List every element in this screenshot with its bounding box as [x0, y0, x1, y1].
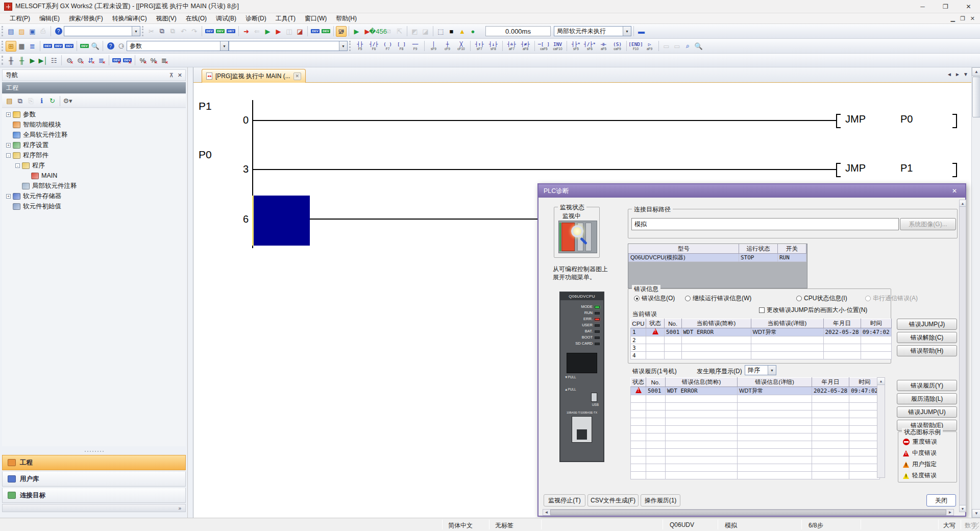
toolbar-icon[interactable]: ⇵✕	[85, 55, 96, 66]
button-错误履历(Y)[interactable]: 错误履历(Y)	[897, 380, 957, 391]
toolbar-icon[interactable]: DEV✕	[122, 55, 133, 66]
column-header[interactable]: CPU	[631, 319, 646, 328]
toolbar-icon[interactable]: ⇱	[394, 26, 405, 37]
tree-item-参数[interactable]: +参数	[2, 109, 186, 119]
selected-ladder-cell[interactable]	[252, 196, 310, 246]
toolbar-icon[interactable]: ≣	[27, 41, 38, 52]
resize-grip[interactable]	[972, 522, 979, 529]
menu-工具[interactable]: 工具(T)	[271, 13, 300, 24]
toolbar-icon[interactable]: ⧉	[157, 26, 167, 37]
toolbar-icon[interactable]: DEV	[42, 41, 53, 52]
history-error-row[interactable]	[631, 418, 880, 426]
toolbar-icon[interactable]: ⊞	[6, 41, 16, 52]
column-header[interactable]: 错误信息(详细)	[738, 378, 812, 387]
tab-close-icon[interactable]: ✕	[293, 73, 301, 80]
column-header[interactable]: 时间	[861, 319, 891, 328]
dialog-close-icon[interactable]: ✕	[949, 186, 960, 196]
toolbar-icon[interactable]: DEV	[204, 26, 215, 37]
toolbar-icon[interactable]: ?	[105, 41, 116, 52]
history-error-row[interactable]	[631, 403, 880, 411]
menu-调试[interactable]: 调试(B)	[211, 13, 241, 24]
toolbar-icon[interactable]: ●	[468, 26, 478, 37]
ladder-symbol-cF9[interactable]: ┼cF9	[440, 40, 454, 52]
collapse-icon[interactable]: -	[6, 153, 11, 158]
ladder-symbol-F6[interactable]: ┤/├F6	[367, 40, 381, 52]
toolbar-icon[interactable]: DEV	[53, 41, 64, 52]
column-header[interactable]: 状态	[631, 378, 646, 387]
toolbar-icon[interactable]: DEV	[215, 26, 226, 37]
toolbar-icon[interactable]: ✂	[146, 26, 157, 37]
toolbar-icon[interactable]: ▶	[273, 26, 284, 37]
toolbar-icon[interactable]: ⚙▾	[62, 95, 73, 106]
column-header[interactable]: 型号	[629, 245, 739, 254]
toolbar-icon[interactable]: ?	[53, 26, 64, 37]
parameter-combo[interactable]: 参数▼	[127, 41, 229, 51]
toolbar-icon[interactable]: ↷	[189, 26, 200, 37]
tree-item-程序设置[interactable]: +程序设置	[2, 140, 186, 150]
current-error-row[interactable]: 3	[631, 344, 892, 352]
ladder-symbol-F9[interactable]: ──F9	[408, 40, 422, 52]
history-error-row[interactable]	[631, 426, 880, 433]
button-错误JUMP(J)[interactable]: 错误JUMP(J)	[897, 319, 957, 330]
column-header[interactable]: 开关	[778, 245, 806, 254]
toolbar-icon[interactable]: ➜	[241, 26, 252, 37]
menu-帮助[interactable]: 帮助(H)	[331, 13, 361, 24]
toolbar-icon[interactable]: ◪	[295, 26, 305, 37]
tree-item-MAIN[interactable]: MAIN	[2, 171, 186, 181]
toolbar-icon[interactable]: ◩	[409, 26, 420, 37]
scrollbar-thumb[interactable]	[972, 77, 980, 117]
expand-icon[interactable]: +	[6, 143, 11, 148]
toolbar-icon[interactable]: ≣✕	[96, 55, 107, 66]
toolbar-icon[interactable]: ▭	[672, 41, 682, 52]
menu-诊断[interactable]: 诊断(D)	[241, 13, 271, 24]
toolbar-icon[interactable]: ▶│	[38, 55, 48, 66]
toolbar-icon[interactable]: ▬	[636, 26, 647, 37]
toolbar-icon[interactable]: ▤	[6, 26, 16, 37]
toolbar-icon[interactable]: ▦	[16, 41, 27, 52]
order-combo[interactable]: 降序▼	[745, 365, 776, 375]
tree-item-局部软元件注释[interactable]: 局部软元件注释	[2, 181, 186, 191]
tab-list-icon[interactable]: ▼	[963, 71, 968, 77]
tree-item-软元件初始值[interactable]: 软元件初始值	[2, 201, 186, 211]
ladder-symbol-sF9[interactable]: │sF9	[427, 40, 440, 52]
ladder-symbol-F10[interactable]: [END]F10	[629, 40, 643, 52]
ladder-symbol-F7[interactable]: ( )F7	[381, 40, 395, 52]
expand-icon[interactable]: +	[6, 112, 11, 117]
column-header[interactable]: 错误信息(简称)	[666, 378, 738, 387]
resize-after-jump-checkbox[interactable]: 更改错误JUMP后的画面大小·位置(N)	[759, 306, 867, 315]
nav-tab-用户库[interactable]: 用户库	[2, 471, 186, 487]
system-image-button[interactable]: 系统图像(G)...	[900, 218, 956, 230]
ladder-symbol-caF5[interactable]: ─[ ]caF5	[537, 40, 551, 52]
history-error-row[interactable]	[631, 411, 880, 418]
error-history-table[interactable]: 状态No.错误信息(简称)错误信息(详细)年月日时间5001WDT ERRORW…	[630, 377, 880, 479]
dialog-titlebar[interactable]: PLC诊断 ✕	[538, 184, 965, 198]
panel-chevron[interactable]: »	[2, 504, 186, 512]
tab-main-program[interactable]: [PRG]监视 执行中 MAIN (... ✕	[202, 69, 306, 83]
toolbar-icon[interactable]: 🖳	[336, 26, 347, 37]
toolbar-icon[interactable]: HKY	[226, 26, 236, 37]
menu-搜索/替换[interactable]: 搜索/替换(F)	[64, 13, 108, 24]
toolbar-icon[interactable]: ╫	[6, 55, 16, 66]
cpu-module-image[interactable]: Q06UDVCPU MODERUNERR.USERBAT.BOOTSD CARD…	[559, 292, 604, 462]
quick-access-combo[interactable]: ▼	[64, 26, 140, 36]
column-header[interactable]: 年月日	[823, 319, 861, 328]
tab-scroll-left-icon[interactable]: ◄	[947, 71, 952, 77]
menu-转换/编译[interactable]: 转换/编译(C)	[108, 13, 152, 24]
toolbar-icon[interactable]: ⎘	[26, 95, 36, 106]
toolbar-icon[interactable]: ⇐	[252, 26, 262, 37]
toolbar-icon[interactable]: ╫	[16, 55, 27, 66]
toolbar-icon[interactable]: ⧄	[383, 26, 394, 37]
toolbar-icon[interactable]: 🔍	[90, 41, 101, 52]
history-error-row[interactable]	[631, 464, 880, 472]
button-错误JUMP(U)[interactable]: 错误JUMP(U)	[897, 406, 957, 418]
toolbar-icon[interactable]: ☷	[48, 55, 59, 66]
dialog-vertical-scrollbar[interactable]: ▲ ▼	[959, 200, 966, 512]
menu-视图[interactable]: 视图(V)	[152, 13, 181, 24]
toolbar-icon[interactable]: ▨	[16, 26, 27, 37]
ladder-symbol-caF10[interactable]: INVcaF10	[551, 40, 565, 52]
device-combo[interactable]: ▼	[229, 41, 348, 51]
column-header[interactable]: No.	[665, 319, 682, 328]
toolbar-icon[interactable]: ▶	[351, 26, 362, 37]
toolbar-icon[interactable]: ◪	[420, 26, 431, 37]
tree-item-软元件存储器[interactable]: +软元件存储器	[2, 191, 186, 201]
